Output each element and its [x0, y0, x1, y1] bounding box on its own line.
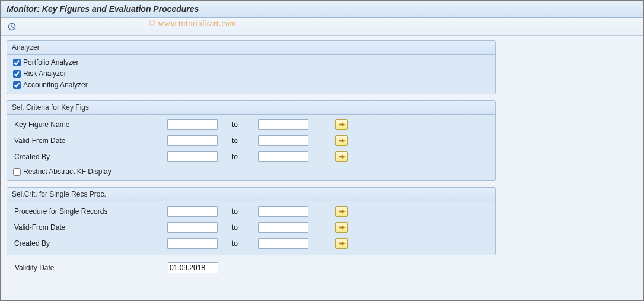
valid-from-sr-more-button[interactable] [335, 222, 348, 233]
procedure-more-button[interactable] [335, 206, 348, 217]
to-text: to [218, 121, 258, 129]
valid-from-kf-row: Valid-From Date to [13, 134, 489, 147]
sel-single-recs-group: Sel.Crit. for Single Recs Proc. Procedur… [7, 187, 496, 255]
created-by-sr-to-input[interactable] [258, 238, 308, 249]
valid-from-kf-from-input[interactable] [167, 135, 218, 146]
key-figure-row: Key Figure Name to [13, 118, 489, 131]
valid-from-kf-label: Valid-From Date [13, 137, 167, 145]
valid-from-sr-to-input[interactable] [258, 222, 308, 233]
clock-execute-icon [8, 23, 16, 31]
portfolio-analyzer-label[interactable]: Portfolio Analyzer [23, 58, 78, 66]
procedure-to-input[interactable] [258, 206, 308, 217]
procedure-from-input[interactable] [167, 206, 218, 217]
arrow-right-icon [339, 122, 345, 127]
toolbar: © www.tutorialkart.com [1, 18, 643, 36]
created-by-kf-from-input[interactable] [167, 151, 218, 162]
risk-analyzer-checkbox[interactable] [13, 70, 21, 78]
content-area: Analyzer Portfolio Analyzer Risk Analyze… [1, 36, 643, 301]
page-title: Monitor: Key Figures and Evaluation Proc… [7, 4, 199, 14]
arrow-right-icon [339, 154, 345, 159]
arrow-right-icon [339, 225, 345, 230]
valid-from-sr-label: Valid-From Date [13, 223, 167, 232]
validity-date-label: Validity Date [14, 264, 168, 272]
created-by-sr-row: Created By to [13, 237, 489, 250]
portfolio-analyzer-checkbox[interactable] [13, 59, 21, 66]
accounting-analyzer-label[interactable]: Accounting Analyzer [23, 81, 88, 89]
analyzer-group: Analyzer Portfolio Analyzer Risk Analyze… [7, 40, 496, 94]
sel-key-figs-group: Sel. Criteria for Key Figs Key Figure Na… [7, 100, 496, 181]
key-figure-more-button[interactable] [335, 119, 348, 130]
sel-key-figs-title: Sel. Criteria for Key Figs [7, 101, 495, 115]
valid-from-kf-more-button[interactable] [335, 135, 348, 146]
arrow-right-icon [339, 209, 345, 214]
valid-from-sr-from-input[interactable] [167, 222, 218, 233]
arrow-right-icon [339, 241, 345, 246]
to-text: to [218, 239, 258, 248]
created-by-sr-more-button[interactable] [335, 238, 348, 249]
to-text: to [218, 223, 258, 232]
valid-from-sr-row: Valid-From Date to [13, 221, 489, 234]
arrow-right-icon [339, 138, 345, 143]
restrict-abstract-kf-label[interactable]: Restrict Abstract KF Display [23, 167, 111, 176]
valid-from-kf-to-input[interactable] [258, 135, 308, 146]
procedure-row: Procedure for Single Records to [13, 205, 489, 218]
risk-analyzer-label[interactable]: Risk Analyzer [23, 69, 66, 78]
analyzer-group-title: Analyzer [7, 41, 495, 55]
title-bar: Monitor: Key Figures and Evaluation Proc… [1, 1, 643, 18]
created-by-kf-row: Created By to [13, 150, 489, 163]
created-by-kf-more-button[interactable] [335, 151, 348, 162]
accounting-analyzer-checkbox[interactable] [13, 81, 21, 89]
key-figure-label: Key Figure Name [13, 121, 167, 129]
key-figure-from-input[interactable] [167, 119, 218, 130]
restrict-abstract-kf-checkbox[interactable] [13, 168, 21, 176]
validity-date-row: Validity Date [7, 261, 637, 274]
to-text: to [218, 137, 258, 145]
created-by-sr-label: Created By [13, 239, 167, 248]
key-figure-to-input[interactable] [258, 119, 308, 130]
watermark-text: © www.tutorialkart.com [149, 19, 237, 28]
sel-single-recs-title: Sel.Crit. for Single Recs Proc. [7, 188, 495, 201]
validity-date-input[interactable] [168, 262, 218, 273]
to-text: to [218, 207, 258, 216]
created-by-kf-to-input[interactable] [258, 151, 308, 162]
to-text: to [218, 153, 258, 161]
execute-button[interactable] [5, 20, 18, 33]
svg-point-3 [11, 26, 12, 27]
created-by-sr-from-input[interactable] [167, 238, 218, 249]
created-by-kf-label: Created By [13, 153, 167, 161]
procedure-label: Procedure for Single Records [13, 207, 167, 216]
